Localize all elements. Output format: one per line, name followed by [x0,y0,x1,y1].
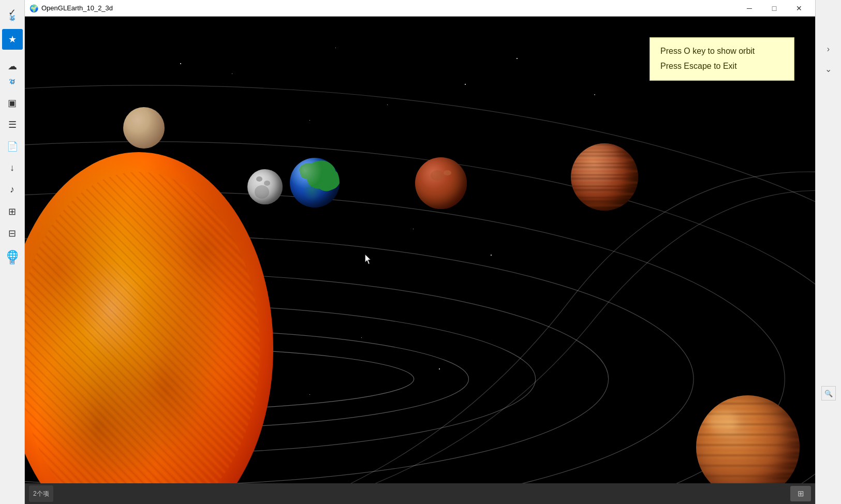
star-8 [413,229,414,229]
info-overlay: Press O key to show orbit Press Escape t… [650,37,794,81]
star-7 [309,120,310,121]
info-line-2: Press Escape to Exit [660,59,784,74]
sidebar-file-label[interactable]: 文件 [7,24,17,28]
title-bar: 🌍 OpenGLEarth_10_2_3d ─ □ ✕ [25,0,815,17]
jupiter-planet [571,143,638,211]
window-title: OpenGLEarth_10_2_3d [41,4,737,12]
taskbar-item-count[interactable]: 2个项 [29,485,53,502]
earth-planet [290,158,340,207]
gl-viewport[interactable]: Press O key to show orbit Press Escape t… [25,17,815,504]
sidebar-check[interactable]: ✓ [2,2,23,23]
right-panel-chevron-right[interactable]: › [821,41,836,57]
taskbar: 2个项 ⊞ [25,483,815,504]
taskbar-view-button[interactable]: ⊞ [790,486,811,501]
sidebar: ✓ 文件 ★ 快 ☁ O 此 ▣ ☰ 📄 ↓ ♪ ⊞ ⊟ 🌐 网 [0,0,25,504]
sidebar-network-icon[interactable]: 🌐 [2,245,23,265]
star-2 [335,48,336,48]
star-12 [309,394,310,395]
star-10 [361,337,362,338]
sidebar-lines-icon[interactable]: ☰ [2,114,23,135]
sidebar-download-icon[interactable]: ↓ [2,158,23,179]
moon [247,169,283,204]
minimize-button[interactable]: ─ [737,0,761,17]
taskbar-count-label: 2个项 [33,490,49,498]
right-panel: › ⌄ 🔍 [815,0,841,504]
sidebar-doc-icon[interactable]: 📄 [2,136,23,157]
sidebar-music-icon[interactable]: ♪ [2,180,23,200]
star-1 [180,63,181,64]
info-line-1: Press O key to show orbit [660,44,784,59]
mercury-planet [123,107,165,149]
star-3 [465,84,466,85]
star-5 [387,105,388,105]
app-icon: 🌍 [29,4,38,13]
sidebar-square-icon[interactable]: ▣ [2,93,23,113]
sidebar-o-label[interactable]: O [8,78,17,86]
main-area: 🌍 OpenGLEarth_10_2_3d ─ □ ✕ [25,0,815,504]
taskbar-right: ⊞ [790,486,811,501]
star-4 [517,58,518,59]
star-11 [439,368,440,369]
sidebar-this-label[interactable]: 此 [7,87,17,92]
maximize-button[interactable]: □ [762,0,786,17]
star-13 [594,94,595,95]
sidebar-cloud-icon[interactable]: ☁ [2,56,23,77]
sidebar-star[interactable]: ★ [2,29,23,50]
right-panel-chevron-down[interactable]: ⌄ [821,61,836,77]
star-9 [491,255,492,256]
sidebar-quick-label[interactable]: 快 [7,51,17,55]
close-button[interactable]: ✕ [787,0,811,17]
mars-planet [415,157,467,209]
right-search-icon[interactable]: 🔍 [821,386,836,401]
sidebar-net-label[interactable]: 网 [7,266,17,271]
window-controls: ─ □ ✕ [737,0,811,17]
sidebar-grid-icon[interactable]: ⊞ [2,201,23,222]
sidebar-minus-icon[interactable]: ⊟ [2,223,23,244]
star-6 [232,73,232,74]
